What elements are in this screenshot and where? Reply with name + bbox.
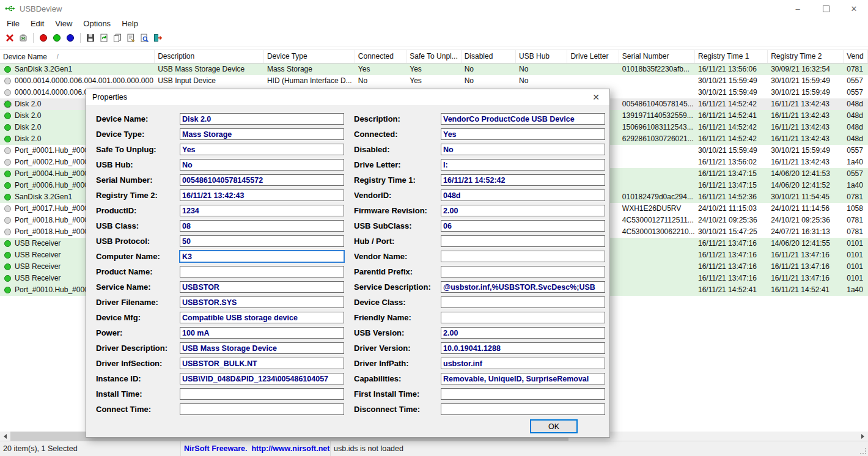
field-vendorid[interactable]	[441, 189, 605, 201]
column-header-connected[interactable]: Connected	[355, 50, 406, 63]
close-button[interactable]: ✕	[840, 0, 868, 17]
field-device-type[interactable]	[180, 128, 344, 140]
field-vendor-name[interactable]	[441, 251, 605, 262]
cell-rt1: 16/11/21 13:47:16	[695, 238, 768, 249]
field-drive-letter[interactable]	[441, 159, 605, 171]
menu-file[interactable]: File	[1, 19, 25, 28]
dialog-close-icon[interactable]: ✕	[590, 91, 602, 103]
field-disconnect-time[interactable]	[441, 403, 605, 415]
field-connect-time[interactable]	[180, 403, 344, 415]
dialog-field-row: Drive Letter:	[354, 157, 605, 172]
cell-rt1: 30/10/21 15:59:49	[695, 87, 768, 98]
table-row[interactable]: 0000.0014.0000.006.004.001.000.000.000 U…	[0, 75, 868, 87]
nirsoft-link[interactable]: NirSoft Freeware. http://www.nirsoft.net	[181, 441, 331, 456]
field-power[interactable]	[180, 327, 344, 339]
column-header-registry-time-1[interactable]: Registry Time 1	[695, 50, 768, 63]
label-disabled: Disabled:	[354, 145, 441, 154]
field-instance-id[interactable]	[180, 373, 344, 384]
field-capabilities[interactable]	[441, 373, 605, 384]
column-header-vend[interactable]: Vend	[844, 50, 868, 63]
field-driver-version[interactable]	[441, 342, 605, 354]
field-registry-time-2[interactable]	[180, 189, 344, 201]
minimize-button[interactable]: –	[784, 0, 812, 17]
field-disabled[interactable]	[441, 144, 605, 155]
field-serial-number[interactable]	[180, 174, 344, 186]
field-parentid-prefix[interactable]	[441, 266, 605, 278]
connect-green-icon[interactable]	[50, 31, 64, 45]
ok-button[interactable]: OK	[530, 419, 578, 433]
field-driver-filename[interactable]	[180, 296, 344, 308]
field-usb-version[interactable]	[441, 327, 605, 339]
field-safe-to-unplug[interactable]	[180, 144, 344, 155]
dialog-field-row: Driver Description:	[96, 340, 344, 356]
field-first-install-time[interactable]	[441, 388, 605, 400]
cell-connected: Yes	[355, 64, 406, 75]
disconnect-red-icon[interactable]	[37, 31, 50, 45]
cell-serial	[619, 249, 695, 261]
field-connected[interactable]	[441, 128, 605, 140]
exit-icon[interactable]	[151, 31, 164, 45]
column-header-serial-number[interactable]: Serial Number	[619, 50, 695, 63]
field-hub-port[interactable]	[441, 235, 605, 247]
maximize-button[interactable]	[812, 0, 840, 17]
field-usb-hub[interactable]	[180, 159, 344, 171]
cell-rt1: 16/11/21 13:47:16	[695, 249, 768, 261]
dialog-field-row: Device Type:	[96, 127, 344, 142]
field-usb-protocol[interactable]	[180, 235, 344, 247]
cell-name: Disk 2.0	[15, 98, 41, 110]
field-computer-name[interactable]	[180, 251, 344, 262]
status-items-count: 20 item(s), 1 Selected	[0, 441, 181, 456]
menu-view[interactable]: View	[50, 19, 78, 28]
scroll-left-arrow-icon[interactable]	[0, 432, 10, 441]
column-header-device-name[interactable]: Device Name/	[0, 50, 155, 63]
field-usb-class[interactable]	[180, 220, 344, 232]
scroll-right-arrow-icon[interactable]	[858, 432, 868, 441]
column-header-disabled[interactable]: Disabled	[462, 50, 516, 63]
cell-drive-letter	[567, 64, 619, 75]
mount-blue-icon[interactable]	[64, 31, 77, 45]
column-header-drive-letter[interactable]: Drive Letter	[567, 50, 619, 63]
field-service-description[interactable]	[441, 281, 605, 293]
field-usb-subclass[interactable]	[441, 220, 605, 232]
menu-options[interactable]: Options	[78, 19, 116, 28]
field-service-name[interactable]	[180, 281, 344, 293]
dialog-field-row: USB Class:	[96, 218, 344, 234]
copy-icon[interactable]	[111, 31, 124, 45]
column-header-device-type[interactable]: Device Type	[264, 50, 355, 63]
field-driver-infsection[interactable]	[180, 358, 344, 369]
delete-icon[interactable]	[3, 31, 17, 45]
field-description[interactable]	[441, 113, 605, 125]
table-row[interactable]: SanDisk 3.2Gen1 USB Mass Storage Device …	[0, 64, 868, 75]
cell-vendor: 0101	[844, 249, 868, 261]
properties-icon[interactable]	[124, 31, 138, 45]
refresh-icon[interactable]	[97, 31, 111, 45]
field-driver-description[interactable]	[180, 342, 344, 354]
field-device-mfg[interactable]	[180, 312, 344, 323]
column-header-description[interactable]: Description	[155, 50, 264, 63]
field-install-time[interactable]	[180, 388, 344, 400]
field-device-class[interactable]	[441, 296, 605, 308]
field-registry-time-1[interactable]	[441, 174, 605, 186]
field-product-name[interactable]	[180, 266, 344, 278]
cell-rt1: 30/10/21 15:47:25	[695, 226, 768, 238]
cell-rt2: 16/11/21 13:47:16	[768, 273, 844, 284]
cell-name: SanDisk 3.2Gen1	[15, 191, 72, 203]
uninstall-icon[interactable]	[17, 31, 30, 45]
save-icon[interactable]	[84, 31, 97, 45]
menu-edit[interactable]: Edit	[25, 19, 50, 28]
field-device-name[interactable]	[180, 113, 344, 125]
resize-grip[interactable]	[860, 448, 866, 454]
column-header-registry-time-2[interactable]: Registry Time 2	[768, 50, 844, 63]
field-firmware-revision[interactable]	[441, 205, 605, 216]
column-header-usb-hub[interactable]: USB Hub	[516, 50, 567, 63]
column-header-safe-to-unpl[interactable]: Safe To Unpl...	[406, 50, 461, 63]
cell-name: Disk 2.0	[15, 133, 41, 145]
dialog-field-row: Safe To Unplug:	[96, 142, 344, 157]
dialog-field-row: Computer Name:	[96, 249, 344, 264]
field-productid[interactable]	[180, 205, 344, 216]
field-driver-infpath[interactable]	[441, 358, 605, 369]
dialog-field-row: Disconnect Time:	[354, 402, 605, 417]
menu-help[interactable]: Help	[116, 19, 144, 28]
field-friendly-name[interactable]	[441, 312, 605, 323]
find-icon[interactable]	[138, 31, 151, 45]
